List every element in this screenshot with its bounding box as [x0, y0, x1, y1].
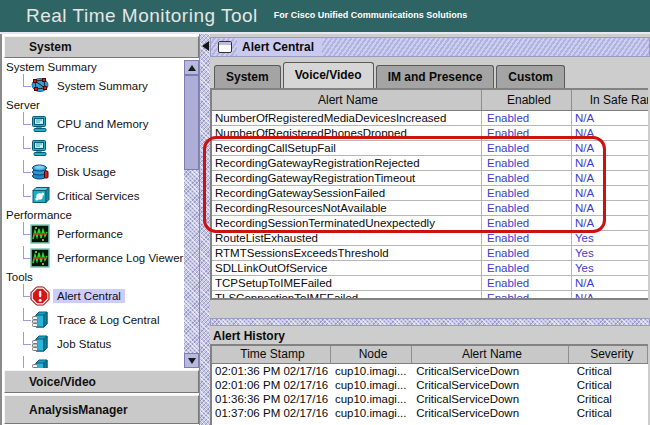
timestamp-cell: 01:36:36 PM 02/17/16: [212, 392, 331, 406]
content-area: System System SummarySystem SummaryServe…: [0, 34, 650, 425]
tree-connector: [4, 284, 30, 308]
column-header-in-safe-range[interactable]: In Safe Range: [572, 90, 648, 110]
panel-divider[interactable]: [199, 34, 210, 425]
sidebar-item-critical-services[interactable]: Critical Services: [4, 184, 184, 208]
alert-row[interactable]: RecordingResourcesNotAvailableEnabledN/A: [212, 201, 648, 216]
tree-connector: [4, 74, 30, 98]
history-column-header-severity[interactable]: Severity: [569, 346, 648, 363]
history-column-header-node[interactable]: Node: [331, 346, 412, 363]
severity-cell: Critical: [569, 392, 648, 406]
history-table-header: Time StampNodeAlert NameSeverity: [212, 346, 648, 364]
perf-chart-icon: [30, 248, 50, 268]
alert-name-cell: TLSConnectionToIMEFailed: [212, 291, 482, 300]
alert-row[interactable]: TLSConnectionToIMEFailedEnabledN/A: [212, 291, 648, 300]
sidebar-item-performance[interactable]: Performance: [4, 222, 184, 246]
tab-system[interactable]: System: [214, 65, 281, 88]
sidebar-item-label: Job Status: [53, 337, 115, 351]
node-cell: cup10.imagi...: [331, 392, 412, 406]
sidebar-item-cpu-and-memory[interactable]: CPU and Memory: [4, 112, 184, 136]
log-server-icon: [30, 310, 50, 330]
panel-titlebar: Alert Central: [210, 37, 650, 57]
sidebar-item-process[interactable]: Process: [4, 136, 184, 160]
sidebar-section-voice-video[interactable]: Voice/Video: [4, 370, 199, 393]
column-header-enabled[interactable]: Enabled: [482, 90, 572, 110]
alert-name-cell: RecordingResourcesNotAvailable: [212, 201, 482, 215]
tab-bar: SystemVoice/VideoIM and PresenceCustom: [214, 62, 650, 88]
alert-row[interactable]: TCPSetupToIMEFailedEnabledN/A: [212, 276, 648, 291]
sidebar-item-label: Disk Usage: [53, 165, 120, 179]
safe-range-cell: N/A: [572, 216, 648, 230]
tree-group-label-tools: Tools: [4, 270, 184, 284]
sidebar-item-alert-central[interactable]: Alert Central: [4, 284, 184, 308]
tab-voice-video[interactable]: Voice/Video: [283, 62, 374, 88]
tree-connector: [4, 246, 30, 270]
scroll-down-button[interactable]: [184, 353, 199, 368]
sidebar-item-label: Performance Log Viewer: [53, 251, 184, 265]
navigation-tree: System SummarySystem SummaryServerCPU an…: [4, 60, 184, 368]
history-column-header-alert-name[interactable]: Alert Name: [412, 346, 569, 363]
enabled-cell: Enabled: [482, 201, 572, 215]
alert-name-cell: CriticalServiceDown: [412, 364, 569, 378]
alert-octagon-icon: [30, 286, 50, 306]
sidebar-section-system[interactable]: System: [4, 36, 199, 58]
safe-range-cell: N/A: [572, 111, 648, 125]
safe-range-cell: N/A: [572, 291, 648, 300]
safe-range-cell: Yes: [572, 231, 648, 245]
safe-range-cell: N/A: [572, 126, 648, 140]
alert-name-cell: SDLLinkOutOfService: [212, 261, 482, 275]
history-row[interactable]: 02:01:06 PM 02/17/16cup10.imagi...Critic…: [212, 378, 648, 392]
sidebar-item-item[interactable]: [4, 356, 184, 368]
safe-range-cell: N/A: [572, 171, 648, 185]
alert-row[interactable]: RouteListExhaustedEnabledYes: [212, 231, 648, 246]
alert-row[interactable]: RecordingGatewayRegistrationRejectedEnab…: [212, 156, 648, 171]
disk-stack-icon: [30, 162, 50, 182]
alert-name-cell: RecordingCallSetupFail: [212, 141, 482, 155]
alert-name-cell: RecordingSessionTerminatedUnexpectedly: [212, 216, 482, 230]
scroll-up-button[interactable]: [184, 60, 199, 75]
alert-name-cell: RouteListExhausted: [212, 231, 482, 245]
sidebar-section-analysismanager[interactable]: AnalysisManager: [4, 395, 199, 424]
collapse-left-arrow-icon[interactable]: [202, 41, 209, 51]
timestamp-cell: 02:01:36 PM 02/17/16: [212, 364, 331, 378]
alert-row[interactable]: RecordingSessionTerminatedUnexpectedlyEn…: [212, 216, 648, 231]
history-column-header-time-stamp[interactable]: Time Stamp: [212, 346, 331, 363]
sidebar-item-label: CPU and Memory: [53, 117, 152, 131]
alert-row[interactable]: RecordingCallSetupFailEnabledN/A: [212, 141, 648, 156]
sidebar-item-label: Process: [53, 141, 103, 155]
alert-row[interactable]: RTMTSessionsExceedsThresholdEnabledYes: [212, 246, 648, 261]
app-title: Real Time Monitoring Tool: [26, 5, 258, 27]
sidebar-item-label: Alert Central: [53, 289, 125, 303]
scrollbar-thumb[interactable]: [184, 75, 199, 170]
sidebar-item-trace-log-central[interactable]: Trace & Log Central: [4, 308, 184, 332]
alert-row[interactable]: SDLLinkOutOfServiceEnabledYes: [212, 261, 648, 276]
column-header-alert-name[interactable]: Alert Name: [212, 90, 482, 110]
history-row[interactable]: 01:36:36 PM 02/17/16cup10.imagi...Critic…: [212, 392, 648, 406]
history-row[interactable]: 02:01:36 PM 02/17/16cup10.imagi...Critic…: [212, 364, 648, 378]
horizontal-splitter[interactable]: [210, 318, 650, 326]
safe-range-cell: N/A: [572, 156, 648, 170]
alert-table-header: Alert NameEnabledIn Safe Range: [212, 90, 648, 111]
enabled-cell: Enabled: [482, 261, 572, 275]
window-icon: [218, 41, 232, 53]
safe-range-cell: N/A: [572, 186, 648, 200]
tree-scrollbar[interactable]: [184, 60, 199, 368]
sidebar: System System SummarySystem SummaryServe…: [0, 34, 199, 425]
alert-row[interactable]: RecordingGatewayRegistrationTimeoutEnabl…: [212, 171, 648, 186]
enabled-cell: Enabled: [482, 216, 572, 230]
alert-row[interactable]: RecordingGatewaySessionFailedEnabledN/A: [212, 186, 648, 201]
enabled-cell: Enabled: [482, 291, 572, 300]
alert-row[interactable]: NumberOfRegisteredMediaDevicesIncreasedE…: [212, 111, 648, 126]
arrow-down-icon: [188, 358, 196, 364]
sidebar-item-job-status[interactable]: Job Status: [4, 332, 184, 356]
sidebar-item-system-summary[interactable]: System Summary: [4, 74, 184, 98]
enabled-cell: Enabled: [482, 111, 572, 125]
arrow-up-icon: [188, 65, 196, 71]
alert-row[interactable]: NumberOfRegisteredPhonesDroppedEnabledN/…: [212, 126, 648, 141]
tab-im-and-presence[interactable]: IM and Presence: [376, 65, 495, 88]
enabled-cell: Enabled: [482, 276, 572, 290]
sidebar-item-disk-usage[interactable]: Disk Usage: [4, 160, 184, 184]
history-row[interactable]: 01:37:06 PM 02/17/16cup10.imagi...Critic…: [212, 406, 648, 420]
tab-custom[interactable]: Custom: [496, 65, 565, 88]
sidebar-item-performance-log-viewer[interactable]: Performance Log Viewer: [4, 246, 184, 270]
app-subtitle: For Cisco Unified Communications Solutio…: [274, 10, 468, 20]
